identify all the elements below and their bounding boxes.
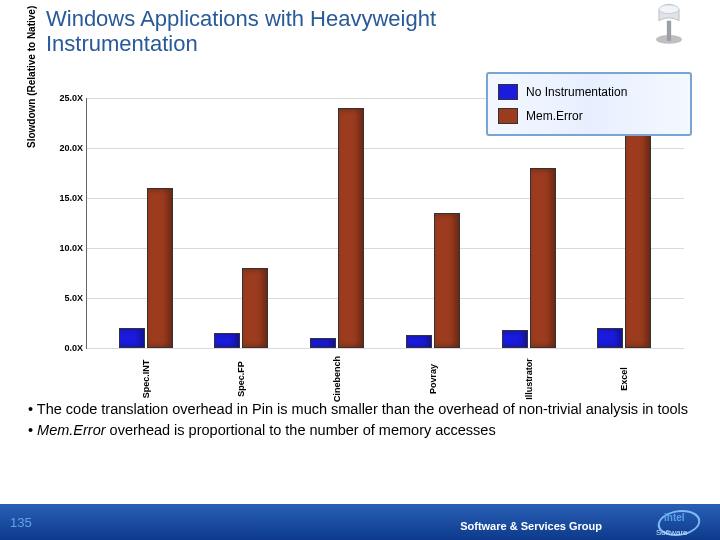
y-tick-label: 0.0X <box>45 343 83 353</box>
bar-mem-error <box>242 268 268 348</box>
legend-item-no-instrumentation: No Instrumentation <box>496 80 682 104</box>
gridline <box>87 248 684 249</box>
chart-legend: No Instrumentation Mem.Error <box>486 72 692 136</box>
y-tick-label: 10.0X <box>45 243 83 253</box>
bar-mem-error <box>530 168 556 348</box>
legend-item-mem-error: Mem.Error <box>496 104 682 128</box>
slide-root: Windows Applications with Heavyweight In… <box>0 0 720 540</box>
bar-mem-error <box>338 108 364 348</box>
svg-point-2 <box>659 5 679 14</box>
x-axis-labels: Spec.INTSpec.FPCinebenchPovrayIllustrato… <box>86 350 684 384</box>
y-axis-label: Slowdown (Relative to Native) <box>26 6 37 148</box>
intel-logo: intel Software <box>650 508 710 538</box>
y-tick-label: 5.0X <box>45 293 83 303</box>
gridline <box>87 298 684 299</box>
legend-label: Mem.Error <box>526 109 583 123</box>
bullet-item: • The code translation overhead in Pin i… <box>28 400 698 419</box>
footer-bar: Software & Services Group intel Software <box>0 504 720 540</box>
gridline <box>87 348 684 349</box>
slide-title: Windows Applications with Heavyweight In… <box>46 6 546 57</box>
gridline <box>87 148 684 149</box>
y-tick-label: 15.0X <box>45 193 83 203</box>
footer-group-label: Software & Services Group <box>460 520 602 532</box>
bullet-list: • The code translation overhead in Pin i… <box>28 400 698 442</box>
svg-rect-1 <box>667 21 671 41</box>
bullet-item: • Mem.Error overhead is proportional to … <box>28 421 698 440</box>
page-number: 135 <box>10 515 32 530</box>
pushpin-icon <box>646 2 692 48</box>
legend-swatch-blue <box>498 84 518 100</box>
y-tick-label: 20.0X <box>45 143 83 153</box>
legend-label: No Instrumentation <box>526 85 627 99</box>
y-tick-label: 25.0X <box>45 93 83 103</box>
bar-mem-error <box>147 188 173 348</box>
legend-swatch-brown <box>498 108 518 124</box>
bar-mem-error <box>625 108 651 348</box>
gridline <box>87 198 684 199</box>
bar-mem-error <box>434 213 460 348</box>
